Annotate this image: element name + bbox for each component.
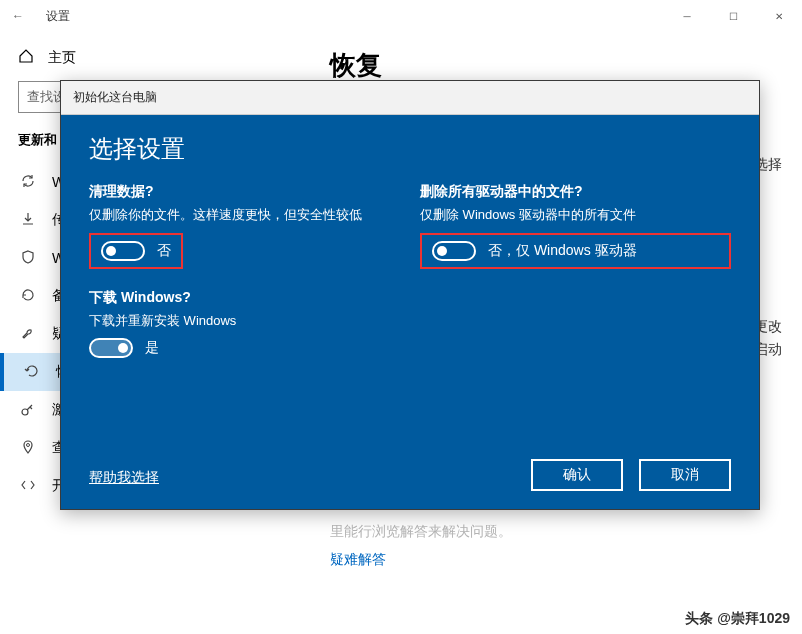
maximize-button[interactable]: ☐ xyxy=(710,0,756,32)
sidebar-home[interactable]: 主页 xyxy=(18,48,292,67)
download-icon xyxy=(20,211,36,230)
toggle-label: 否 xyxy=(157,242,171,260)
reset-dialog: 初始化这台电脑 选择设置 清理数据? 仅删除你的文件。这样速度更快，但安全性较低… xyxy=(60,80,760,510)
shield-icon xyxy=(20,249,36,268)
toggle-clean-data[interactable] xyxy=(101,241,145,261)
backup-icon xyxy=(20,287,36,306)
back-icon[interactable]: ← xyxy=(12,9,30,23)
option-clean-data-question: 清理数据? xyxy=(89,183,400,201)
svg-point-1 xyxy=(27,443,30,446)
highlight-box: 否 xyxy=(89,233,183,269)
code-icon xyxy=(20,477,36,496)
option-all-drives-question: 删除所有驱动器中的文件? xyxy=(420,183,731,201)
titlebar: ← 设置 ─ ☐ ✕ xyxy=(0,0,802,32)
troubleshoot-link[interactable]: 疑难解答 xyxy=(330,551,386,569)
toggle-download[interactable] xyxy=(89,338,133,358)
highlight-box: 否，仅 Windows 驱动器 xyxy=(420,233,731,269)
confirm-button[interactable]: 确认 xyxy=(531,459,623,491)
home-icon xyxy=(18,48,34,67)
help-link[interactable]: 帮助我选择 xyxy=(89,469,159,487)
close-button[interactable]: ✕ xyxy=(756,0,802,32)
blur-text: 里能行浏览解答来解决问题。 xyxy=(330,520,782,542)
option-clean-data-desc: 仅删除你的文件。这样速度更快，但安全性较低 xyxy=(89,205,400,225)
option-all-drives-desc: 仅删除 Windows 驱动器中的所有文件 xyxy=(420,205,731,225)
page-heading: 恢复 xyxy=(330,48,782,83)
dialog-title: 初始化这台电脑 xyxy=(61,81,759,115)
toggle-label: 否，仅 Windows 驱动器 xyxy=(488,242,637,260)
sync-icon xyxy=(20,173,36,192)
recover-icon xyxy=(24,363,40,382)
minimize-button[interactable]: ─ xyxy=(664,0,710,32)
option-download-question: 下载 Windows? xyxy=(89,289,400,307)
toggle-label: 是 xyxy=(145,339,159,357)
watermark: 头条 @崇拜1029 xyxy=(685,610,790,628)
wrench-icon xyxy=(20,325,36,344)
toggle-all-drives[interactable] xyxy=(432,241,476,261)
key-icon xyxy=(20,401,36,420)
location-icon xyxy=(20,439,36,458)
option-download-desc: 下载并重新安装 Windows xyxy=(89,311,400,331)
dialog-heading: 选择设置 xyxy=(89,133,731,165)
cancel-button[interactable]: 取消 xyxy=(639,459,731,491)
home-label: 主页 xyxy=(48,49,76,67)
